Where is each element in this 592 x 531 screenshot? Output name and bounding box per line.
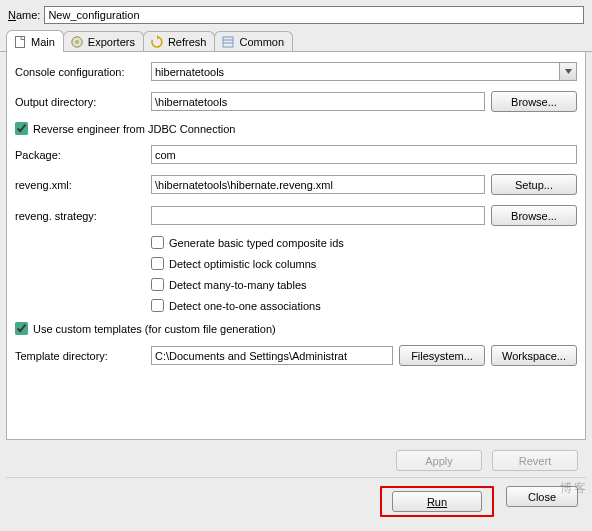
package-label: Package: [15, 149, 145, 161]
run-button[interactable]: Run [392, 491, 482, 512]
close-button[interactable]: Close [506, 486, 578, 507]
row-reveng-strategy: reveng. strategy: Browse... [15, 205, 577, 226]
tab-exporters[interactable]: Exporters [63, 31, 144, 51]
tab-label: Exporters [88, 36, 135, 48]
reveng-strategy-input[interactable] [151, 206, 485, 225]
template-dir-label: Template directory: [15, 350, 145, 362]
svg-rect-0 [16, 36, 25, 47]
reverse-engineer-checkbox[interactable] [15, 122, 28, 135]
svg-marker-7 [565, 69, 572, 74]
row-package: Package: [15, 145, 577, 164]
reveng-strategy-label: reveng. strategy: [15, 210, 145, 222]
console-config-label: Console configuration: [15, 66, 145, 78]
package-input[interactable] [151, 145, 577, 164]
cd-icon [70, 35, 84, 49]
row-composite-ids: Generate basic typed composite ids [151, 236, 577, 249]
name-input[interactable] [44, 6, 584, 24]
option-checklist: Generate basic typed composite ids Detec… [151, 236, 577, 312]
reverse-engineer-label: Reverse engineer from JDBC Connection [33, 123, 235, 135]
setup-button[interactable]: Setup... [491, 174, 577, 195]
footer-bar: Run Close [0, 478, 592, 531]
name-label: Name: [8, 9, 40, 21]
svg-point-2 [76, 40, 79, 43]
file-icon [13, 35, 27, 49]
filesystem-button[interactable]: Filesystem... [399, 345, 485, 366]
composite-ids-checkbox[interactable] [151, 236, 164, 249]
tab-main[interactable]: Main [6, 30, 64, 52]
row-output-dir: Output directory: Browse... [15, 91, 577, 112]
row-template-dir: Template directory: Filesystem... Worksp… [15, 345, 577, 366]
row-optimistic-lock: Detect optimistic lock columns [151, 257, 577, 270]
apply-button[interactable]: Apply [396, 450, 482, 471]
template-dir-input[interactable] [151, 346, 393, 365]
use-custom-templates-label: Use custom templates (for custom file ge… [33, 323, 276, 335]
dialog-root: Name: Main Exporters Refresh Common [0, 0, 592, 531]
row-use-custom-templates: Use custom templates (for custom file ge… [15, 322, 577, 335]
tabs-strip: Main Exporters Refresh Common [0, 30, 592, 52]
one-to-one-label: Detect one-to-one associations [169, 300, 321, 312]
tab-refresh[interactable]: Refresh [143, 31, 216, 51]
tab-common[interactable]: Common [214, 31, 293, 51]
row-reveng-xml: reveng.xml: Setup... [15, 174, 577, 195]
revert-button[interactable]: Revert [492, 450, 578, 471]
console-config-combo[interactable]: hibernatetools [151, 62, 577, 81]
refresh-icon [150, 35, 164, 49]
common-icon [221, 35, 235, 49]
row-console-config: Console configuration: hibernatetools [15, 62, 577, 81]
composite-ids-label: Generate basic typed composite ids [169, 237, 344, 249]
tab-label: Main [31, 36, 55, 48]
tab-content-main: Console configuration: hibernatetools Ou… [6, 52, 586, 440]
use-custom-templates-checkbox[interactable] [15, 322, 28, 335]
optimistic-lock-label: Detect optimistic lock columns [169, 258, 316, 270]
reveng-xml-label: reveng.xml: [15, 179, 145, 191]
tab-label: Common [239, 36, 284, 48]
workspace-button[interactable]: Workspace... [491, 345, 577, 366]
optimistic-lock-checkbox[interactable] [151, 257, 164, 270]
row-many-to-many: Detect many-to-many tables [151, 278, 577, 291]
output-dir-label: Output directory: [15, 96, 145, 108]
output-dir-input[interactable] [151, 92, 485, 111]
run-highlight-box: Run [380, 486, 494, 517]
browse-output-button[interactable]: Browse... [491, 91, 577, 112]
one-to-one-checkbox[interactable] [151, 299, 164, 312]
svg-marker-3 [157, 35, 159, 40]
dropdown-arrow-icon[interactable] [559, 63, 576, 80]
row-one-to-one: Detect one-to-one associations [151, 299, 577, 312]
combo-value: hibernatetools [155, 66, 224, 78]
row-reverse-engineer: Reverse engineer from JDBC Connection [15, 122, 577, 135]
apply-revert-bar: Apply Revert [0, 440, 592, 477]
many-to-many-checkbox[interactable] [151, 278, 164, 291]
browse-strategy-button[interactable]: Browse... [491, 205, 577, 226]
reveng-xml-input[interactable] [151, 175, 485, 194]
svg-rect-4 [223, 37, 233, 47]
tab-label: Refresh [168, 36, 207, 48]
many-to-many-label: Detect many-to-many tables [169, 279, 307, 291]
name-row: Name: [0, 0, 592, 30]
